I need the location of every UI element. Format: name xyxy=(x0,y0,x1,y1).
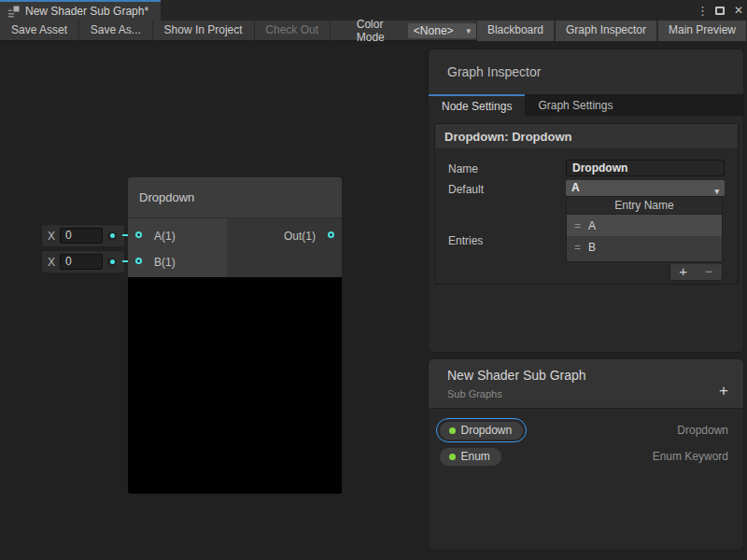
default-dropdown[interactable]: A ▾ xyxy=(566,180,725,196)
blackboard-panel: New Shader Sub Graph Sub Graphs + Dropdo… xyxy=(428,358,744,551)
entry-row-b[interactable]: = B xyxy=(567,236,722,258)
entries-list-buttons: + − xyxy=(669,264,723,281)
dropdown-settings-section: Dropdown: Dropdown Name Dropdown Default… xyxy=(434,123,739,285)
maximize-icon[interactable] xyxy=(715,7,725,15)
tab-node-settings[interactable]: Node Settings xyxy=(429,94,525,116)
input-port-a-icon[interactable] xyxy=(135,231,142,238)
keyword-dot-icon xyxy=(449,454,456,460)
show-in-project-button[interactable]: Show In Project xyxy=(153,21,254,41)
property-type-label: Enum Keyword xyxy=(653,450,728,463)
input-a-value-widget: X 0 xyxy=(41,224,125,247)
unity-shader-graph-window: New Shader Sub Graph* ⋮ ✕ Save Asset Sav… xyxy=(0,0,747,560)
inspector-tabs: Node Settings Graph Settings xyxy=(429,94,743,116)
dropdown-node[interactable]: Dropdown A(1) B(1) Out(1) xyxy=(128,177,342,494)
tab-graph-settings[interactable]: Graph Settings xyxy=(525,94,626,116)
add-entry-button[interactable]: + xyxy=(670,264,697,280)
entries-list-footer-pad xyxy=(567,258,722,261)
drag-handle-icon[interactable]: = xyxy=(574,241,580,254)
default-label: Default xyxy=(448,183,484,196)
node-title[interactable]: Dropdown xyxy=(128,177,342,218)
widget-port-icon[interactable] xyxy=(107,231,117,241)
input-port-b-icon[interactable] xyxy=(135,258,142,264)
node-body: A(1) B(1) Out(1) xyxy=(128,218,342,277)
output-port-icon[interactable] xyxy=(328,231,334,238)
graph-inspector-panel: Graph Inspector Node Settings Graph Sett… xyxy=(428,49,744,353)
entry-name: B xyxy=(588,241,596,254)
entries-label: Entries xyxy=(448,234,483,247)
blackboard-rows: Dropdown Dropdown Enum Enum Keyword xyxy=(429,409,743,469)
close-icon[interactable]: ✕ xyxy=(734,4,743,17)
add-property-button[interactable]: + xyxy=(719,383,728,399)
check-out-button: Check Out xyxy=(254,21,330,41)
widget-port-icon[interactable] xyxy=(107,258,117,267)
keyword-dot-icon xyxy=(449,427,456,434)
input-port-b-label: B(1) xyxy=(154,256,176,269)
name-field[interactable]: Dropdown xyxy=(566,160,725,176)
node-input-column xyxy=(128,218,227,277)
entry-row-a[interactable]: = A xyxy=(567,215,722,236)
color-mode-label: Color Mode xyxy=(351,18,404,44)
input-port-a-label: A(1) xyxy=(154,230,176,243)
input-a-value-field[interactable]: 0 xyxy=(60,228,103,244)
kebab-menu-icon[interactable]: ⋮ xyxy=(697,4,706,18)
main-preview-toggle-button[interactable]: Main Preview xyxy=(657,21,747,41)
name-label: Name xyxy=(448,162,478,175)
pill-label: Enum xyxy=(461,450,490,463)
property-type-label: Dropdown xyxy=(677,424,728,437)
remove-entry-button[interactable]: − xyxy=(697,264,723,280)
section-title: Dropdown: Dropdown xyxy=(435,124,738,149)
toolbar-separator xyxy=(330,21,331,41)
color-mode-value: <None> xyxy=(414,24,454,37)
blackboard-row-enum: Enum Enum Keyword xyxy=(429,443,743,469)
save-as-button[interactable]: Save As... xyxy=(79,21,152,41)
blackboard-subtitle: Sub Graphs xyxy=(447,388,502,399)
shader-graph-icon xyxy=(7,6,20,18)
default-dropdown-value: A xyxy=(571,181,580,194)
drag-handle-icon[interactable]: = xyxy=(574,219,580,232)
output-port-label: Out(1) xyxy=(284,230,316,243)
blackboard-title: New Shader Sub Graph xyxy=(447,368,586,383)
dropdown-pill-selection: Dropdown xyxy=(436,418,527,442)
color-mode-dropdown[interactable]: <None> ▾ xyxy=(408,23,476,38)
blackboard-toggle-button[interactable]: Blackboard xyxy=(476,21,555,41)
enum-pill[interactable]: Enum xyxy=(439,447,502,467)
node-preview xyxy=(128,277,342,494)
toolbar: Save Asset Save As... Show In Project Ch… xyxy=(0,21,747,41)
blackboard-header[interactable]: New Shader Sub Graph Sub Graphs + xyxy=(429,359,743,409)
input-b-value-widget: X 0 xyxy=(41,250,125,273)
x-component-label: X xyxy=(48,230,55,243)
input-b-value-field[interactable]: 0 xyxy=(60,254,103,270)
entry-name: A xyxy=(588,219,596,232)
enum-pill-selection: Enum xyxy=(436,444,504,469)
entries-list-header: Entry Name xyxy=(567,197,722,215)
entries-list: Entry Name = A = B xyxy=(566,196,723,262)
x-component-label: X xyxy=(48,256,55,269)
pill-label: Dropdown xyxy=(461,424,513,437)
graph-inspector-header[interactable]: Graph Inspector xyxy=(429,49,743,94)
blackboard-row-dropdown: Dropdown Dropdown xyxy=(429,417,743,443)
graph-inspector-toggle-button[interactable]: Graph Inspector xyxy=(555,21,657,41)
chevron-down-icon: ▾ xyxy=(466,26,471,35)
dropdown-pill[interactable]: Dropdown xyxy=(439,421,525,441)
document-tab-title: New Shader Sub Graph* xyxy=(25,5,148,18)
save-asset-button[interactable]: Save Asset xyxy=(0,21,78,41)
document-tab[interactable]: New Shader Sub Graph* xyxy=(0,0,161,21)
